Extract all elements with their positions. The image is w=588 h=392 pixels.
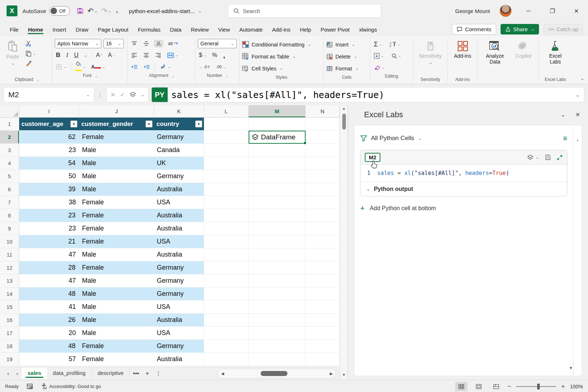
save-icon[interactable] — [77, 7, 84, 15]
align-right-icon[interactable] — [154, 52, 162, 58]
excel-labs-button[interactable]: Excel Labs — [541, 38, 569, 76]
zoom-in-icon[interactable]: + — [561, 383, 565, 390]
empty-cell[interactable] — [306, 248, 340, 261]
empty-cell[interactable] — [306, 274, 340, 287]
horizontal-scrollbar[interactable]: ◀ ▶ — [218, 369, 336, 378]
add-python-cell-button[interactable]: + Add Python cell at bottom — [360, 204, 567, 212]
pane-collapse-strip[interactable]: ‹ — [573, 125, 582, 376]
cell-customer-age[interactable]: 62 — [19, 131, 79, 144]
cell-country[interactable]: Germany — [154, 261, 204, 274]
empty-cell[interactable] — [204, 222, 249, 235]
format-painter-icon[interactable] — [24, 60, 37, 67]
ribbon-tab[interactable]: Insert — [48, 24, 71, 36]
row-number[interactable]: 14 — [0, 287, 19, 301]
customize-qat-icon[interactable]: ⌄̱ — [115, 8, 119, 13]
cell-customer-age[interactable]: 23 — [19, 222, 79, 235]
decrease-font-button[interactable]: A⌄ — [107, 51, 116, 59]
fill-button[interactable]: ⌄ — [373, 52, 385, 60]
ribbon-tab[interactable]: Review — [186, 24, 213, 36]
addins-button[interactable]: Add-ins — [452, 38, 473, 76]
empty-cell[interactable] — [204, 118, 249, 131]
delete-cells-button[interactable]: Delete⌄ — [326, 51, 367, 62]
cell-customer-gender[interactable]: Female — [79, 340, 154, 353]
empty-cell[interactable] — [306, 131, 340, 144]
alignment-dialog-launcher[interactable]: ⌟ — [172, 74, 174, 78]
column-header-k[interactable]: K — [154, 105, 204, 117]
row-number[interactable]: 5 — [0, 170, 19, 183]
cell-country[interactable]: Canada — [154, 144, 204, 157]
collapse-ribbon-icon[interactable]: ⌄ — [580, 75, 584, 81]
ribbon-tab[interactable]: File — [5, 24, 23, 36]
confirm-entry-icon[interactable]: ✓ — [120, 91, 125, 99]
new-sheet-icon[interactable]: + — [142, 370, 152, 377]
empty-cell[interactable] — [306, 183, 340, 196]
empty-cell[interactable] — [306, 287, 340, 301]
cell-m[interactable] — [249, 157, 306, 170]
cell-customer-age[interactable]: 20 — [19, 327, 79, 340]
cell-m[interactable] — [249, 170, 306, 183]
ribbon-tab[interactable]: Data — [165, 24, 186, 36]
cell-country[interactable]: Australia — [154, 222, 204, 235]
column-header-n[interactable]: N — [306, 105, 340, 117]
cell-country[interactable]: Germany — [154, 131, 204, 144]
row-number[interactable]: 11 — [0, 248, 19, 261]
comma-format-button[interactable]: , — [222, 50, 226, 60]
cell-country[interactable]: UK — [154, 157, 204, 170]
clear-button[interactable]: ⌄ — [373, 64, 386, 71]
empty-cell[interactable] — [306, 196, 340, 209]
cell-country[interactable]: USA — [154, 327, 204, 340]
python-output-toggle[interactable]: ⌄ Python output — [360, 181, 567, 196]
cell-m[interactable] — [249, 261, 306, 274]
more-sheets-icon[interactable]: ••• — [130, 370, 142, 377]
macro-record-icon[interactable] — [27, 384, 33, 389]
find-select-button[interactable]: ⌄ — [390, 52, 403, 60]
excel-app-icon[interactable]: X — [7, 5, 17, 16]
cell-m[interactable] — [249, 314, 306, 327]
comments-button[interactable]: Comments — [452, 24, 496, 34]
cell-country[interactable]: Australia — [154, 209, 204, 222]
cell-customer-gender[interactable]: Male — [79, 327, 154, 340]
vertical-scrollbar[interactable]: ▲ ▼ — [340, 105, 348, 380]
table-header-country[interactable]: country ▼ — [154, 118, 204, 131]
empty-cell[interactable] — [204, 131, 249, 144]
column-header-j[interactable]: J — [79, 105, 154, 117]
column-header-l[interactable]: L — [204, 105, 249, 117]
empty-cell[interactable] — [204, 170, 249, 183]
zoom-slider-thumb[interactable] — [537, 384, 540, 389]
cell-country[interactable]: Germany — [154, 170, 204, 183]
table-header-customer-gender[interactable]: customer_gender ▼ — [79, 118, 154, 131]
empty-cell[interactable] — [204, 261, 249, 274]
cancel-entry-icon[interactable]: ✕ — [110, 91, 115, 99]
ribbon-tab[interactable]: Automate — [234, 24, 267, 36]
cell-customer-gender[interactable]: Female — [79, 353, 154, 366]
empty-cell[interactable] — [306, 301, 340, 314]
empty-cell[interactable] — [204, 235, 249, 248]
expand-editor-icon[interactable] — [557, 155, 563, 160]
merge-center-button[interactable]: ⌄ — [166, 52, 179, 59]
python-cells-filter[interactable]: All Python Cells — [371, 135, 414, 142]
number-dialog-launcher[interactable]: ⌟ — [226, 74, 228, 78]
sheet-options-icon[interactable]: ⋮ — [152, 370, 164, 377]
cell-customer-gender[interactable]: Male — [79, 301, 154, 314]
row-number[interactable]: 7 — [0, 196, 19, 209]
cell-country[interactable]: Australia — [154, 248, 204, 261]
row-number[interactable]: 17 — [0, 327, 19, 340]
paste-button[interactable]: Paste ⌄ — [4, 38, 21, 76]
empty-cell[interactable] — [306, 353, 340, 366]
cell-m[interactable] — [249, 353, 306, 366]
close-button[interactable]: ✕ — [569, 8, 584, 15]
align-top-icon[interactable] — [130, 40, 138, 47]
cell-customer-gender[interactable]: Male — [79, 274, 154, 287]
row-number[interactable]: 15 — [0, 301, 19, 314]
empty-cell[interactable] — [306, 209, 340, 222]
insert-cells-button[interactable]: Insert⌄ — [326, 39, 367, 50]
row-number[interactable]: 2 — [0, 131, 19, 144]
pane-close-icon[interactable]: ✕ — [575, 111, 580, 118]
cell-customer-age[interactable]: 21 — [19, 235, 79, 248]
table-header-customer-age[interactable]: customer_age ▼ — [19, 118, 79, 131]
cell-country[interactable]: Germany — [154, 274, 204, 287]
row-number[interactable]: 8 — [0, 209, 19, 222]
underline-button[interactable]: U — [73, 51, 79, 60]
copilot-button[interactable]: Copilot — [511, 38, 536, 76]
cell-country[interactable]: USA — [154, 301, 204, 314]
